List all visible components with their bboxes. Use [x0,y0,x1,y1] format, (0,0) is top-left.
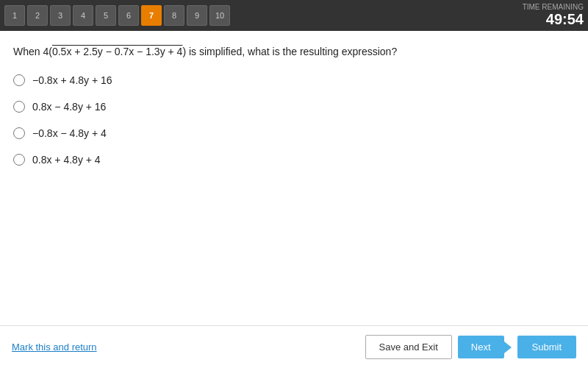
question-number-btn-1[interactable]: 1 [4,5,25,26]
answer-label-B: 0.8x − 4.8y + 16 [32,101,106,113]
save-exit-button[interactable]: Save and Exit [365,335,452,359]
answer-options: −0.8x + 4.8y + 160.8x − 4.8y + 16−0.8x −… [13,74,575,166]
question-number-btn-6[interactable]: 6 [118,5,139,26]
question-number-btn-5[interactable]: 5 [96,5,116,26]
action-buttons: Save and Exit Next Submit [365,335,576,359]
question-area: When 4(0.5x + 2.5y − 0.7x − 1.3y + 4) is… [0,31,588,325]
answer-option-D[interactable]: 0.8x + 4.8y + 4 [13,154,575,166]
answer-label-A: −0.8x + 4.8y + 16 [32,74,112,86]
answer-label-D: 0.8x + 4.8y + 4 [32,154,101,166]
mark-return-button[interactable]: Mark this and return [12,342,97,353]
question-number-btn-10[interactable]: 10 [209,5,230,26]
answer-label-C: −0.8x − 4.8y + 4 [32,127,107,139]
bottom-bar: Mark this and return Save and Exit Next … [0,325,588,368]
answer-option-C[interactable]: −0.8x − 4.8y + 4 [13,127,575,139]
timer-area: TIME REMAINING 49:54 [523,3,584,28]
question-number-btn-3[interactable]: 3 [50,5,71,26]
question-number-btn-2[interactable]: 2 [27,5,48,26]
question-numbers: 12345678910 [4,5,230,26]
answer-option-A[interactable]: −0.8x + 4.8y + 16 [13,74,575,86]
question-number-btn-4[interactable]: 4 [73,5,93,26]
question-number-btn-9[interactable]: 9 [187,5,207,26]
radio-B[interactable] [13,101,25,113]
top-bar: 12345678910 TIME REMAINING 49:54 [0,0,588,31]
question-number-btn-7[interactable]: 7 [141,5,162,26]
question-text: When 4(0.5x + 2.5y − 0.7x − 1.3y + 4) is… [13,44,575,60]
timer-value: 49:54 [546,11,584,27]
next-button-wrapper: Next [458,336,504,358]
radio-A[interactable] [13,74,25,86]
question-number-btn-8[interactable]: 8 [164,5,184,26]
submit-button[interactable]: Submit [517,336,576,358]
radio-D[interactable] [13,154,25,166]
radio-C[interactable] [13,127,25,139]
answer-option-B[interactable]: 0.8x − 4.8y + 16 [13,101,575,113]
timer-label: TIME REMAINING [523,3,584,11]
next-button[interactable]: Next [458,336,504,358]
main-content: When 4(0.5x + 2.5y − 0.7x − 1.3y + 4) is… [0,31,588,368]
